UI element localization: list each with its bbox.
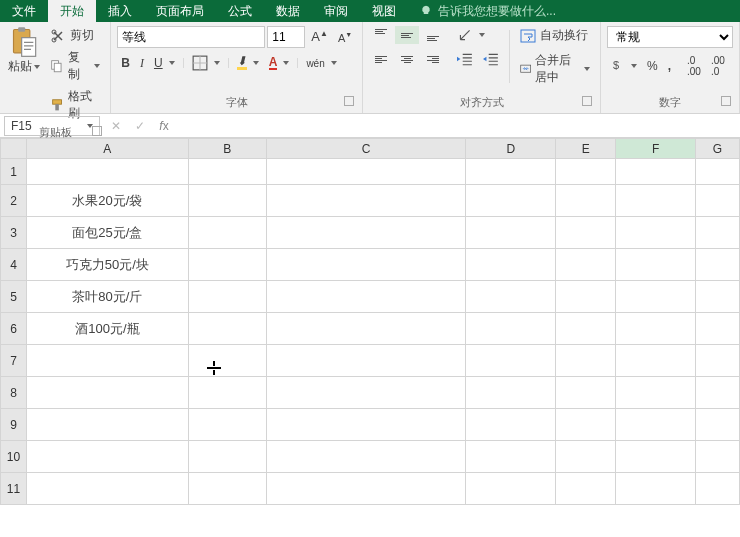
- cell-B4[interactable]: [188, 249, 266, 281]
- cell-E3[interactable]: [556, 217, 616, 249]
- cell-B1[interactable]: [188, 159, 266, 185]
- align-right-button[interactable]: [421, 50, 445, 68]
- row-header-11[interactable]: 11: [1, 473, 27, 505]
- cell-A1[interactable]: [26, 159, 188, 185]
- cell-F5[interactable]: [616, 281, 696, 313]
- font-dialog-icon[interactable]: [344, 96, 354, 106]
- cell-A8[interactable]: [26, 377, 188, 409]
- cell-F11[interactable]: [616, 473, 696, 505]
- row-header-1[interactable]: 1: [1, 159, 27, 185]
- increase-font-button[interactable]: A▲: [307, 28, 332, 45]
- phonetic-button[interactable]: wén: [302, 57, 340, 70]
- cell-G3[interactable]: [696, 217, 740, 249]
- cell-B6[interactable]: [188, 313, 266, 345]
- cell-E4[interactable]: [556, 249, 616, 281]
- increase-decimal-button[interactable]: .0.00: [683, 54, 705, 78]
- italic-button[interactable]: I: [136, 55, 148, 72]
- cell-G10[interactable]: [696, 441, 740, 473]
- cell-E11[interactable]: [556, 473, 616, 505]
- cell-B3[interactable]: [188, 217, 266, 249]
- cell-E8[interactable]: [556, 377, 616, 409]
- paste-button[interactable]: 粘贴: [6, 26, 42, 75]
- col-header-E[interactable]: E: [556, 139, 616, 159]
- cell-A11[interactable]: [26, 473, 188, 505]
- tab-file[interactable]: 文件: [0, 0, 48, 22]
- row-header-3[interactable]: 3: [1, 217, 27, 249]
- cell-C7[interactable]: [266, 345, 466, 377]
- increase-indent-button[interactable]: [479, 50, 503, 68]
- col-header-D[interactable]: D: [466, 139, 556, 159]
- decrease-decimal-button[interactable]: .00.0: [707, 54, 729, 78]
- align-left-button[interactable]: [369, 50, 393, 68]
- cell-B5[interactable]: [188, 281, 266, 313]
- number-format-combo[interactable]: 常规: [607, 26, 733, 48]
- clipboard-dialog-icon[interactable]: [92, 126, 102, 136]
- cell-F6[interactable]: [616, 313, 696, 345]
- tell-me-search[interactable]: 告诉我您想要做什么...: [408, 0, 566, 22]
- merge-center-button[interactable]: 合并后居中: [516, 51, 594, 87]
- cell-C9[interactable]: [266, 409, 466, 441]
- cell-D4[interactable]: [466, 249, 556, 281]
- row-header-9[interactable]: 9: [1, 409, 27, 441]
- align-bottom-button[interactable]: [421, 26, 445, 44]
- cell-C6[interactable]: [266, 313, 466, 345]
- tab-home[interactable]: 开始: [48, 0, 96, 22]
- cell-A5[interactable]: 茶叶80元/斤: [26, 281, 188, 313]
- tab-review[interactable]: 审阅: [312, 0, 360, 22]
- cell-D2[interactable]: [466, 185, 556, 217]
- cell-F7[interactable]: [616, 345, 696, 377]
- copy-button[interactable]: 复制: [46, 48, 104, 84]
- row-header-6[interactable]: 6: [1, 313, 27, 345]
- cell-G5[interactable]: [696, 281, 740, 313]
- cell-E6[interactable]: [556, 313, 616, 345]
- cell-A7[interactable]: [26, 345, 188, 377]
- tab-page-layout[interactable]: 页面布局: [144, 0, 216, 22]
- col-header-A[interactable]: A: [26, 139, 188, 159]
- cell-A10[interactable]: [26, 441, 188, 473]
- cell-D10[interactable]: [466, 441, 556, 473]
- cell-E9[interactable]: [556, 409, 616, 441]
- col-header-C[interactable]: C: [266, 139, 466, 159]
- cell-A2[interactable]: 水果20元/袋: [26, 185, 188, 217]
- cell-D5[interactable]: [466, 281, 556, 313]
- cell-B11[interactable]: [188, 473, 266, 505]
- cell-F10[interactable]: [616, 441, 696, 473]
- decrease-indent-button[interactable]: [453, 50, 477, 68]
- cancel-button[interactable]: ✕: [104, 119, 128, 133]
- wrap-text-button[interactable]: 自动换行: [516, 26, 594, 45]
- cell-C4[interactable]: [266, 249, 466, 281]
- cell-G8[interactable]: [696, 377, 740, 409]
- font-name-combo[interactable]: [117, 26, 265, 48]
- align-center-button[interactable]: [395, 50, 419, 68]
- borders-button[interactable]: [188, 54, 224, 72]
- cell-A3[interactable]: 面包25元/盒: [26, 217, 188, 249]
- col-header-F[interactable]: F: [616, 139, 696, 159]
- cell-E10[interactable]: [556, 441, 616, 473]
- cell-D3[interactable]: [466, 217, 556, 249]
- row-header-2[interactable]: 2: [1, 185, 27, 217]
- cell-D1[interactable]: [466, 159, 556, 185]
- row-header-10[interactable]: 10: [1, 441, 27, 473]
- cell-C3[interactable]: [266, 217, 466, 249]
- cell-E1[interactable]: [556, 159, 616, 185]
- percent-button[interactable]: %: [643, 58, 662, 74]
- cell-B8[interactable]: [188, 377, 266, 409]
- row-header-7[interactable]: 7: [1, 345, 27, 377]
- font-size-combo[interactable]: [267, 26, 305, 48]
- bold-button[interactable]: B: [117, 55, 134, 71]
- select-all-corner[interactable]: [1, 139, 27, 159]
- cell-G6[interactable]: [696, 313, 740, 345]
- accounting-format-button[interactable]: $: [607, 57, 641, 76]
- cell-D9[interactable]: [466, 409, 556, 441]
- cut-button[interactable]: 剪切: [46, 26, 104, 45]
- cell-F2[interactable]: [616, 185, 696, 217]
- cell-A9[interactable]: [26, 409, 188, 441]
- cell-F9[interactable]: [616, 409, 696, 441]
- cell-C1[interactable]: [266, 159, 466, 185]
- comma-button[interactable]: ,: [664, 58, 675, 74]
- underline-button[interactable]: U: [150, 55, 179, 71]
- cell-B7[interactable]: [188, 345, 266, 377]
- font-color-button[interactable]: A: [265, 55, 294, 71]
- cell-G7[interactable]: [696, 345, 740, 377]
- cell-C11[interactable]: [266, 473, 466, 505]
